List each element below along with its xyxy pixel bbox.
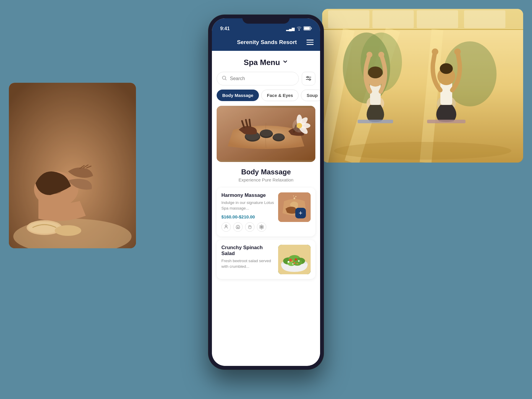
amenity-hand-icon	[245, 222, 254, 232]
background-left-photo	[9, 83, 136, 248]
plus-icon: +	[299, 209, 303, 217]
tab-face-eyes[interactable]: Face & Eyes	[261, 90, 299, 101]
hamburger-line-2	[306, 42, 314, 43]
menu-item-image-2	[278, 245, 311, 274]
menu-item-amenities-1	[221, 222, 274, 232]
background-right-photo	[322, 9, 523, 163]
svg-rect-10	[9, 83, 136, 248]
phone-notch	[242, 15, 290, 24]
phone-device: 9:41 ▂▄▆	[208, 15, 324, 369]
svg-rect-42	[304, 27, 310, 30]
search-container	[212, 72, 320, 90]
menu-item-spinach-salad: Crunchy Spinach Salad Fresh beetroot sal…	[217, 240, 315, 279]
menu-item-image-1	[278, 192, 311, 222]
amenity-massage-icon	[221, 222, 231, 232]
spa-menu-header: Spa Menu	[212, 51, 320, 72]
nav-bar: Serenity Sands Resort	[212, 34, 320, 51]
svg-point-88	[292, 263, 293, 265]
phone-shell: 9:41 ▂▄▆	[208, 15, 324, 369]
hamburger-line-3	[306, 44, 314, 45]
svg-point-84	[295, 258, 297, 261]
svg-point-87	[298, 260, 300, 262]
menu-item-desc-2: Fresh beetroot salad served with crumble…	[221, 258, 274, 270]
search-box[interactable]	[217, 72, 299, 85]
svg-rect-75	[278, 192, 311, 222]
amenity-flower-icon	[257, 222, 266, 232]
tab-body-massage[interactable]: Body Massage	[217, 90, 259, 101]
nav-title: Serenity Sands Resort	[237, 39, 297, 46]
menu-item-desc-1: Indulge in our signature Lotus Spa massa…	[221, 200, 274, 211]
search-icon	[222, 75, 227, 82]
menu-dropdown-arrow[interactable]	[282, 59, 288, 66]
svg-rect-40	[322, 9, 523, 163]
content-area[interactable]: Spa Menu	[212, 51, 320, 366]
svg-point-46	[307, 77, 309, 78]
menu-item-info-2: Crunchy Spinach Salad Fresh beetroot sal…	[221, 245, 274, 273]
signal-icon: ▂▄▆	[286, 27, 295, 31]
amenity-leaf-icon	[233, 222, 243, 232]
svg-point-48	[309, 79, 311, 80]
menu-item-info-1: Harmony Massage Indulge in our signature…	[221, 192, 274, 232]
menu-item-price-1: $160.00-$210.00	[221, 214, 274, 219]
svg-rect-62	[217, 108, 315, 160]
section-title: Body Massage	[217, 168, 315, 176]
status-time: 9:41	[220, 26, 230, 31]
svg-point-85	[293, 262, 295, 264]
svg-point-86	[288, 261, 289, 263]
hero-image	[217, 106, 315, 162]
section-subtitle: Experience Pure Relaxation	[217, 177, 315, 182]
search-input[interactable]	[230, 76, 294, 81]
tab-soup[interactable]: Soup	[301, 90, 320, 101]
hamburger-line-1	[306, 40, 314, 40]
svg-point-63	[225, 225, 227, 227]
phone-screen: 9:41 ▂▄▆	[212, 18, 320, 366]
add-harmony-massage-button[interactable]: +	[295, 208, 306, 218]
section-title-block: Body Massage Experience Pure Relaxation	[212, 162, 320, 184]
status-icons: ▂▄▆	[286, 26, 312, 31]
battery-icon	[304, 26, 312, 31]
category-tabs: Body Massage Face & Eyes Soup Pasta	[212, 90, 320, 106]
menu-item-name-2: Crunchy Spinach Salad	[221, 245, 274, 257]
hamburger-menu-button[interactable]	[306, 40, 314, 45]
wifi-icon	[296, 26, 302, 31]
menu-item-harmony-massage: Harmony Massage Indulge in our signature…	[217, 188, 315, 236]
spa-menu-title: Spa Menu	[244, 58, 280, 67]
menu-item-name-1: Harmony Massage	[221, 192, 274, 198]
filter-button[interactable]	[302, 72, 315, 85]
svg-rect-43	[311, 27, 312, 29]
